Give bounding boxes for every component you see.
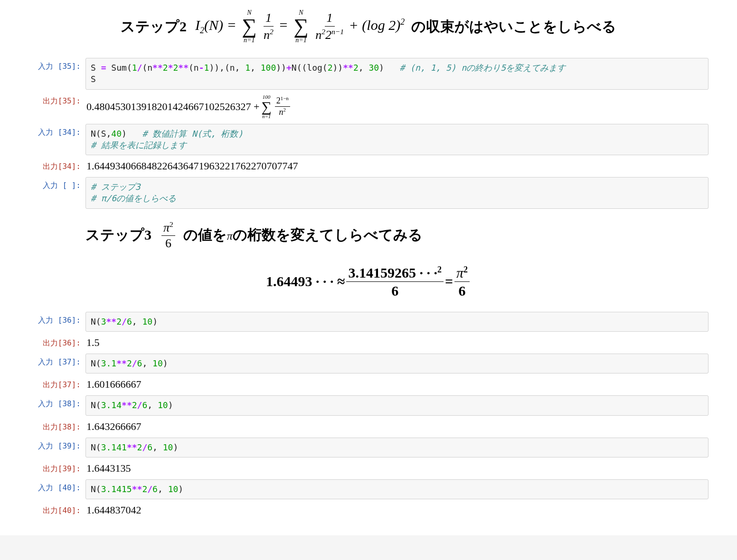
sum-icon: N ∑ n=1 [242,9,256,44]
sum-icon: N ∑ n=1 [293,9,308,44]
pairs-container: 入力 [36]:N(3**2/6, 10)出力[36]:1.5入力 [37]:N… [28,312,709,518]
code-input[interactable]: N(3**2/6, 10) [85,312,709,332]
prompt-out: 出力[36]: [28,335,85,348]
code-input[interactable]: N(S,40) # 数値計算 N(式, 桁数) # 結果を表に記録します [85,124,709,156]
output-area: 0.480453013918201424667102526327 + 100 ∑… [85,93,709,121]
prompt-in: 入力 [35]: [28,58,85,72]
output-area: 1.601666667 [85,376,709,392]
step2-math: I2(N) = N ∑ n=1 1 n2 = N ∑ n=1 [195,9,405,44]
step3-equation: 1.64493 · · · ≈ 3.14159265 · · ·2 6 = π2… [28,265,709,299]
prompt-in: 入力 [ ]: [28,177,85,191]
prompt-out: 出力[35]: [28,93,85,106]
cell-out-34: 出力[34]: 1.644934066848226436471963221762… [28,158,709,174]
step3-heading: ステップ3 π2 6 の値をπの桁数を変えてしらべてみる [85,220,709,251]
cell-in-35: 入力 [35]: S = Sum(1/(n**2*2**(n-1)),(n, 1… [28,58,709,90]
prompt-out: 出力[40]: [28,502,85,516]
cell-in-blank: 入力 [ ]: # ステップ3 # π/6の値をしらべる [28,177,709,209]
output-area: 1.643266667 [85,419,709,435]
cell-in: 入力 [39]:N(3.141**2/6, 10) [28,438,709,457]
code-input[interactable]: N(3.141**2/6, 10) [85,438,709,457]
prompt-out: 出力[37]: [28,376,85,390]
cell-out: 出力[40]:1.644837042 [28,502,709,518]
output-area: 1.6443135 [85,460,709,476]
sum-icon: 100 ∑ n=1 [261,94,271,119]
step3-label: ステップ3 [85,225,151,245]
code-input[interactable]: N(3.14**2/6, 10) [85,395,709,415]
cell-in: 入力 [37]:N(3.1**2/6, 10) [28,354,709,373]
cell-out: 出力[37]:1.601666667 [28,376,709,392]
notebook-inner: ステップ2 I2(N) = N ∑ n=1 1 n2 = N ∑ n=1 [0,9,737,518]
cell-out: 出力[36]:1.5 [28,335,709,351]
output-area: 1.5 [85,335,709,351]
prompt-out: 出力[38]: [28,419,85,432]
step2-label: ステップ2 [121,17,187,37]
prompt-out: 出力[34]: [28,158,85,172]
prompt-in: 入力 [37]: [28,354,85,367]
step2-heading: ステップ2 I2(N) = N ∑ n=1 1 n2 = N ∑ n=1 [28,9,709,44]
cell-in: 入力 [38]:N(3.14**2/6, 10) [28,395,709,415]
prompt-in: 入力 [38]: [28,395,85,409]
output-area: 1.64493406684822643647196322176227070774… [85,158,709,174]
code-input[interactable]: S = Sum(1/(n**2*2**(n-1)),(n, 1, 100))+N… [85,58,709,90]
prompt-out: 出力[39]: [28,460,85,474]
prompt-in: 入力 [36]: [28,312,85,326]
code-input[interactable]: N(3.1415**2/6, 10) [85,479,709,499]
cell-out: 出力[39]:1.6443135 [28,460,709,476]
output-area: 1.644837042 [85,502,709,518]
cell-in: 入力 [36]:N(3**2/6, 10) [28,312,709,332]
prompt-in: 入力 [39]: [28,438,85,451]
cell-in: 入力 [40]:N(3.1415**2/6, 10) [28,479,709,499]
code-input[interactable]: N(3.1**2/6, 10) [85,354,709,373]
step2-tail: の収束がはやいことをしらべる [411,17,616,37]
prompt-in: 入力 [34]: [28,124,85,138]
step3-block: ステップ3 π2 6 の値をπの桁数を変えてしらべてみる 1.64493 · ·… [28,220,709,299]
notebook-page: ステップ2 I2(N) = N ∑ n=1 1 n2 = N ∑ n=1 [0,0,737,535]
cell-out: 出力[38]:1.643266667 [28,419,709,435]
cell-in-34: 入力 [34]: N(S,40) # 数値計算 N(式, 桁数) # 結果を表に… [28,124,709,156]
prompt-in: 入力 [40]: [28,479,85,493]
cell-out-35: 出力[35]: 0.480453013918201424667102526327… [28,93,709,121]
code-input[interactable]: # ステップ3 # π/6の値をしらべる [85,177,709,209]
